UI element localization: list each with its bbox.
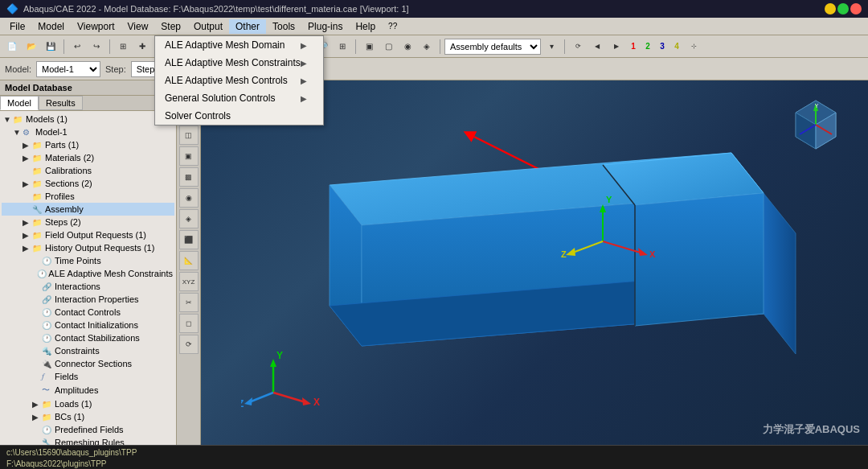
side-btn-11[interactable]: ✂ <box>179 293 199 312</box>
tab-model[interactable]: Model <box>0 96 39 110</box>
side-btn-4[interactable]: ▣ <box>179 146 199 166</box>
tree-item-fields[interactable]: 𝑓 Fields <box>2 370 174 383</box>
tree-item-amplitudes[interactable]: 〜 Amplitudes <box>2 383 174 397</box>
tree-item-ale[interactable]: 🕐 ALE Adaptive Mesh Constraints <box>2 267 174 280</box>
side-btn-5[interactable]: ▩ <box>179 167 199 187</box>
tree-item-profiles[interactable]: 📁 Profiles <box>2 190 174 203</box>
menu-help[interactable]: Help <box>349 19 382 34</box>
tree-item-field-output[interactable]: ▶ 📁 Field Output Requests (1) <box>2 228 174 241</box>
side-btn-6[interactable]: ◉ <box>179 188 199 208</box>
view-btn-2[interactable]: ◀ <box>588 38 606 56</box>
side-btn-9[interactable]: 📐 <box>179 251 199 270</box>
contact-init-icon: 🕐 <box>42 321 53 330</box>
menu-plugins[interactable]: Plug-ins <box>301 19 349 34</box>
tree-item-contact-init[interactable]: 🕐 Contact Initializations <box>2 319 174 331</box>
view-btn-1[interactable]: ⟳ <box>569 38 587 56</box>
step-label: Step: <box>104 64 128 74</box>
tree-item-remeshing[interactable]: 🔧 Remeshing Rules <box>2 436 174 445</box>
tree-item-materials[interactable]: ▶ 📁 Materials (2) <box>2 151 174 164</box>
interaction-props-icon: 🔗 <box>42 295 53 304</box>
minimize-button[interactable] <box>825 3 836 14</box>
side-btn-13[interactable]: ⟳ <box>179 335 199 354</box>
dropdown-ale-controls[interactable]: ALE Adaptive Mesh Controls ▶ <box>155 72 323 89</box>
axis-btn[interactable]: ⊹ <box>685 38 702 56</box>
dropdown-ale-domain[interactable]: ALE Adaptive Mesh Domain ▶ <box>155 36 323 54</box>
tree-item-contact-stab[interactable]: 🕐 Contact Stabilizations <box>2 331 174 344</box>
svg-text:Y: Y <box>815 103 819 109</box>
assembly-btn-1[interactable]: ▾ <box>542 38 560 56</box>
dropdown-general-solution[interactable]: General Solution Controls ▶ <box>155 89 323 107</box>
tree-item-assembly[interactable]: 🔧 Assembly <box>2 203 174 216</box>
menu-view[interactable]: View <box>121 19 155 34</box>
tree-item-contact-controls[interactable]: 🕐 Contact Controls <box>2 306 174 319</box>
save-button[interactable]: 💾 <box>42 38 59 56</box>
side-btn-8[interactable]: ⬛ <box>179 230 199 249</box>
render-btn-2[interactable]: ▢ <box>379 38 397 56</box>
tree-item-bcs[interactable]: ▶ 📁 BCs (1) <box>2 410 174 423</box>
fit-button[interactable]: ⊞ <box>334 38 351 56</box>
tool-btn-2[interactable]: ✚ <box>133 38 151 56</box>
menu-tools[interactable]: Tools <box>266 19 301 34</box>
tree-item-parts[interactable]: ▶ 📁 Parts (1) <box>2 138 174 151</box>
tree-item-time-points[interactable]: 🕐 Time Points <box>2 254 174 267</box>
viewport-3d[interactable]: Y <box>201 80 868 445</box>
tree-item-model1[interactable]: ▼ ⚙ Model-1 <box>2 125 174 138</box>
side-btn-12[interactable]: ◻ <box>179 314 199 333</box>
time-points-icon: 🕐 <box>42 257 53 265</box>
num-btn-3[interactable]: 3 <box>656 40 669 53</box>
tree-item-constraints[interactable]: 🔩 Constraints <box>2 344 174 357</box>
parts-icon: 📁 <box>32 141 43 150</box>
view-btn-3[interactable]: ▶ <box>608 38 625 56</box>
menu-other[interactable]: Other <box>229 19 266 34</box>
dropdown-solver-controls[interactable]: Solver Controls <box>155 107 323 125</box>
num-btn-4[interactable]: 4 <box>670 40 683 53</box>
new-button[interactable]: 📄 <box>3 38 21 56</box>
bcs-icon: 📁 <box>42 413 53 422</box>
maximize-button[interactable] <box>837 3 849 14</box>
tree-item-sections[interactable]: ▶ 📁 Sections (2) <box>2 177 174 190</box>
redo-button[interactable]: ↪ <box>88 38 105 56</box>
statusbar: c:\Users\15690\abaqus_plugins\TPP F:\Aba… <box>0 445 868 469</box>
svg-marker-30 <box>270 359 276 367</box>
menu-viewport[interactable]: Viewport <box>71 19 121 34</box>
tree-item-calibrations[interactable]: 📁 Calibrations <box>2 164 174 177</box>
tree-item-interaction-props[interactable]: 🔗 Interaction Properties <box>2 293 174 306</box>
render-btn-4[interactable]: ◈ <box>418 38 436 56</box>
side-btn-10[interactable]: XYZ <box>179 272 199 291</box>
window-controls[interactable] <box>825 3 862 14</box>
menu-output[interactable]: Output <box>187 19 229 34</box>
tree-item-loads[interactable]: ▶ 📁 Loads (1) <box>2 397 174 410</box>
assembly-defaults-select[interactable]: Assembly defaults <box>444 39 541 55</box>
side-btn-7[interactable]: ◈ <box>179 209 199 228</box>
tree-item-connector-sections[interactable]: 🔌 Connector Sections <box>2 357 174 370</box>
close-button[interactable] <box>850 3 862 14</box>
tab-results[interactable]: Results <box>39 96 83 110</box>
open-button[interactable]: 📂 <box>23 38 40 56</box>
menu-extra[interactable]: ?? <box>382 20 403 32</box>
tree-item-history-output[interactable]: ▶ 📁 History Output Requests (1) <box>2 241 174 254</box>
tree-item-models[interactable]: ▼ 📁 Models (1) <box>2 113 174 125</box>
tree-item-interactions[interactable]: 🔗 Interactions <box>2 280 174 293</box>
dropdown-ale-constraints[interactable]: ALE Adaptive Mesh Constraints ▶ <box>155 54 323 72</box>
ale-icon: 🕐 <box>37 269 47 278</box>
menu-model[interactable]: Model <box>31 19 71 34</box>
render-btn-1[interactable]: ▣ <box>360 38 378 56</box>
num-btn-1[interactable]: 1 <box>627 40 640 53</box>
menubar: File Model Viewport View Step Output Oth… <box>0 18 868 35</box>
tool-btn-1[interactable]: ⊞ <box>114 38 132 56</box>
model-select[interactable]: Model-1 <box>36 61 100 77</box>
svg-text:Z: Z <box>561 249 567 259</box>
menu-file[interactable]: File <box>3 19 31 34</box>
render-btn-3[interactable]: ◉ <box>399 38 416 56</box>
separator-5 <box>440 39 440 54</box>
field-output-icon: 📁 <box>32 231 43 240</box>
svg-text:Z: Z <box>241 398 244 409</box>
tree-item-predefined[interactable]: 🕐 Predefined Fields <box>2 423 174 436</box>
num-btn-2[interactable]: 2 <box>641 40 654 53</box>
side-btn-3[interactable]: ◫ <box>179 125 199 145</box>
folder-icon: 📁 <box>13 115 24 124</box>
tree-item-steps[interactable]: ▶ 📁 Steps (2) <box>2 216 174 228</box>
svg-line-32 <box>273 393 305 402</box>
undo-button[interactable]: ↩ <box>68 38 86 56</box>
menu-step[interactable]: Step <box>154 19 187 34</box>
